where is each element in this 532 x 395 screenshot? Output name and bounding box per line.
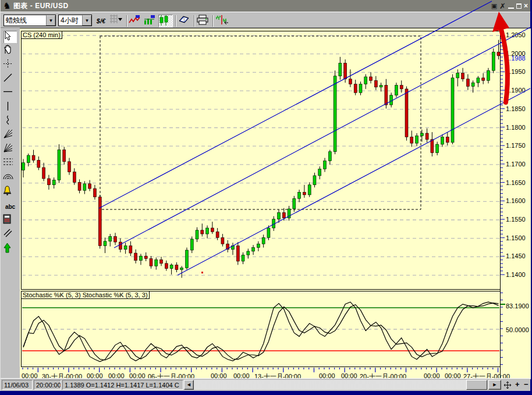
tool-fibonacci-arcs[interactable] — [3, 172, 17, 185]
stoch-axis-label: 83.1900 — [506, 303, 529, 309]
tool-fibonacci-retracement[interactable] — [3, 158, 17, 171]
notebook-icon — [178, 15, 190, 24]
tool-freehand-line[interactable] — [3, 115, 17, 129]
grid-options-button[interactable] — [109, 15, 125, 27]
chevron-down-icon[interactable]: ▼ — [46, 15, 55, 26]
tool-crosshair[interactable] — [3, 59, 17, 72]
stochastic-axis[interactable]: 83.190050.0000 — [501, 291, 531, 367]
candlestick-icon — [159, 15, 169, 26]
stoch-axis-label: 50.0000 — [506, 326, 529, 333]
tick-chart-button[interactable] — [215, 15, 232, 27]
tool-up-arrow-marker[interactable] — [3, 243, 17, 256]
tool-alert-bell[interactable] — [3, 186, 17, 199]
status-bar: 11/06/03 20:00:00 1.1389 O=1.1412 H=1.14… — [1, 378, 530, 391]
price-tick-label: 1.1500 — [506, 234, 526, 241]
zoom-out-button[interactable]: − — [524, 380, 529, 389]
text-tool-icon: abc — [5, 204, 15, 210]
chevron-down-icon[interactable]: ▼ — [82, 15, 91, 26]
window-title: 图表 - EUR/USD — [13, 1, 69, 11]
price-chart-panel[interactable] — [21, 31, 501, 290]
app-window: ♞ 图表 - EUR/USD ▣ ✗ × 蜡烛线 ▼ 4小时 ▼ $/€ — [0, 0, 530, 391]
price-axis[interactable]: 1.20501.20001.19501.19001.18501.18001.17… — [501, 31, 531, 290]
window-menu-icon[interactable]: ▣ — [491, 2, 497, 10]
stochastic-label[interactable]: Stochastic %K (5, 3) Stochastic %K (5, 3… — [21, 291, 150, 299]
price-tick-label: 1.1750 — [506, 142, 526, 149]
scroll-right-button[interactable]: ► — [488, 380, 501, 390]
maximize-button[interactable] — [516, 3, 522, 9]
price-tick-label: 1.1600 — [506, 197, 526, 204]
close-button[interactable]: × — [524, 2, 528, 10]
tool-pointer[interactable] — [3, 30, 17, 44]
tool-pan-hand[interactable] — [3, 44, 17, 58]
price-tick-label: 1.1900 — [506, 87, 526, 94]
toolbar: 蜡烛线 ▼ 4小时 ▼ $/€ — [1, 12, 530, 28]
pin-icon[interactable]: ✗ — [499, 2, 506, 10]
current-price-label: 1.1988 — [506, 55, 526, 62]
tool-palette: abc — [1, 28, 20, 379]
scrollbar-track[interactable] — [194, 380, 466, 390]
grid-icon — [109, 15, 123, 24]
price-tick-label: 1.1800 — [506, 124, 526, 131]
line-chart-button[interactable] — [129, 15, 143, 27]
timeframe-select[interactable]: 4小时 ▼ — [58, 15, 92, 26]
indicators-button[interactable] — [144, 15, 158, 27]
candlestick-chart-button[interactable] — [158, 15, 173, 27]
chart-zone: CS (240 min) Stochastic %K (5, 3) Stocha… — [20, 28, 531, 379]
scrollbar-thumb[interactable] — [466, 380, 487, 390]
pan-mode-icon[interactable] — [503, 381, 512, 389]
chart-type-select[interactable]: 蜡烛线 ▼ — [3, 15, 56, 26]
stochastic-panel[interactable] — [21, 291, 501, 367]
tool-calculator[interactable] — [3, 214, 17, 227]
chart-type-value: 蜡烛线 — [4, 16, 46, 26]
status-date: 11/06/03 — [2, 380, 33, 390]
print-button[interactable] — [197, 15, 211, 27]
price-tick-label: 1.1700 — [506, 161, 526, 168]
price-tick-label: 1.1400 — [506, 271, 526, 278]
app-logo-icon: ♞ — [1, 0, 13, 12]
price-tick-label: 1.2050 — [506, 31, 526, 38]
price-tick-label: 1.1850 — [506, 105, 526, 112]
tick-chart-icon — [215, 15, 229, 25]
price-tick-label: 1.1550 — [506, 216, 526, 223]
scroll-left-button[interactable]: ◄ — [184, 380, 194, 390]
indicators-icon — [144, 15, 155, 25]
price-scale-icon: $/€ — [97, 17, 105, 24]
tool-speed-lines[interactable] — [3, 143, 17, 156]
price-tick-label: 1.1950 — [506, 68, 526, 75]
printer-icon — [197, 15, 208, 25]
price-scale-button[interactable]: $/€ — [94, 15, 108, 27]
tool-text-label[interactable]: abc — [3, 200, 17, 213]
price-tick-label: 1.1450 — [506, 252, 526, 259]
tool-vertical-line[interactable] — [3, 101, 17, 115]
notebook-button[interactable] — [178, 15, 193, 27]
tool-trend-line[interactable] — [3, 73, 17, 86]
status-quote: 1.1389 O=1.1412 H=1.1417 L=1.1404 C — [62, 380, 183, 390]
tool-gann-fan[interactable] — [3, 129, 17, 143]
price-tick-label: 1.1650 — [506, 179, 526, 186]
timeframe-value: 4小时 — [59, 16, 82, 26]
title-bar[interactable]: ♞ 图表 - EUR/USD ▣ ✗ × — [1, 0, 530, 12]
zoom-in-button[interactable]: + — [515, 380, 520, 389]
tool-parallel-lines[interactable] — [3, 228, 17, 241]
status-time: 20:00:00 — [34, 380, 61, 390]
minimize-button[interactable] — [508, 3, 514, 9]
line-chart-icon — [129, 15, 140, 25]
chart-series-label[interactable]: CS (240 min) — [21, 31, 62, 39]
tool-horizontal-line[interactable] — [3, 87, 17, 100]
